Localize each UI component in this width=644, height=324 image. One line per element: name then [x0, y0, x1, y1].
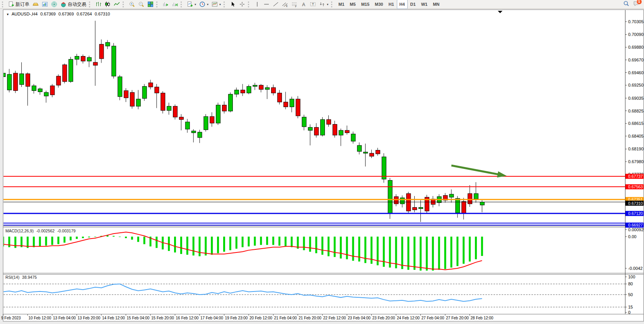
svg-text:0.68405: 0.68405 — [628, 134, 644, 138]
svg-text:0.67120: 0.67120 — [628, 211, 643, 216]
fibo-icon: F — [291, 1, 297, 7]
toolbar-grip — [89, 2, 92, 7]
timeframe-mn-button[interactable]: MN — [430, 0, 442, 9]
notifications-button[interactable]: 1 — [633, 0, 639, 8]
fibonacci-button[interactable]: F — [290, 0, 299, 9]
market-watch-button[interactable] — [40, 0, 50, 9]
svg-text:28 Feb 12:00: 28 Feb 12:00 — [471, 316, 494, 320]
timeframe-label: M1 — [338, 2, 344, 7]
timeframe-m5-button[interactable]: M5 — [347, 0, 358, 9]
svg-text:21 Feb 20:00: 21 Feb 20:00 — [299, 316, 321, 320]
crosshair-button[interactable] — [237, 0, 247, 9]
zoom-out-button[interactable] — [137, 0, 146, 9]
channel-button[interactable]: E — [280, 0, 290, 9]
svg-text:0.66927: 0.66927 — [628, 223, 643, 227]
svg-text:27 Feb 04:00: 27 Feb 04:00 — [422, 316, 444, 320]
svg-text:24 Feb 12:00: 24 Feb 12:00 — [397, 316, 420, 320]
timeframe-label: M15 — [361, 2, 369, 7]
indicators-button[interactable]: ▾ — [185, 0, 198, 9]
gold-button[interactable] — [31, 0, 40, 9]
autotrade-button[interactable]: 自动交易 — [59, 0, 88, 9]
timeframe-m1-button[interactable]: M1 — [336, 0, 347, 9]
timeframe-m15-button[interactable]: M15 — [359, 0, 372, 9]
svg-text:13 Feb 04:00: 13 Feb 04:00 — [53, 316, 76, 320]
toolbar-grip — [181, 2, 184, 7]
timeframe-label: M5 — [350, 2, 355, 7]
toolbar-grip — [248, 2, 251, 7]
svg-text:13 Feb 20:00: 13 Feb 20:00 — [78, 316, 101, 320]
chevron-down-icon: ▾ — [195, 3, 196, 6]
search-button[interactable] — [623, 0, 629, 8]
new-order-button[interactable]: 新订单 — [7, 0, 31, 9]
svg-text:T: T — [312, 2, 314, 6]
timeframe-h1-button[interactable]: H1 — [386, 0, 396, 9]
svg-text:17 Feb 04:00: 17 Feb 04:00 — [200, 316, 223, 320]
toolbar: 新订单自动交易▾▾▾EFAT▾M1M5M15M30H1H4D1W1MN1 — [0, 0, 644, 9]
chart-close-value: 0.67310 — [95, 12, 110, 16]
template-icon — [212, 1, 218, 7]
svg-text:0.69670: 0.69670 — [628, 58, 644, 62]
timeframe-h4-button[interactable]: H4 — [397, 0, 408, 9]
chart-high-value: 0.67369 — [58, 12, 74, 16]
cursor-icon — [230, 1, 236, 7]
periods-button[interactable]: ▾ — [198, 0, 210, 9]
svg-text:0.67310: 0.67310 — [628, 201, 643, 206]
macd-signal-value: -0.003179 — [57, 229, 75, 233]
svg-text:0.68190: 0.68190 — [628, 147, 644, 151]
add-indicator-icon — [187, 1, 193, 7]
text-icon: A — [301, 1, 307, 7]
gold-ingot-icon — [32, 1, 39, 7]
vertical-line-button[interactable] — [253, 0, 262, 9]
text-button[interactable]: A — [299, 0, 308, 9]
timeframe-label: H4 — [400, 2, 405, 7]
new-order-button-label: 新订单 — [15, 1, 29, 8]
svg-text:23 Feb 04:00: 23 Feb 04:00 — [348, 316, 371, 320]
candle-chart-button[interactable] — [103, 0, 112, 9]
svg-text:10 Feb 12:00: 10 Feb 12:00 — [29, 316, 51, 320]
hline-icon — [263, 1, 270, 7]
timeframe-d1-button[interactable]: D1 — [408, 0, 419, 9]
chart-open-value: 0.67369 — [40, 12, 56, 16]
chart-low-value: 0.67264 — [77, 12, 92, 16]
toolbar-grip — [331, 2, 334, 7]
templates-button[interactable]: ▾ — [210, 0, 222, 9]
svg-text:9 Feb 2023: 9 Feb 2023 — [1, 316, 21, 320]
svg-text:27 Feb 20:00: 27 Feb 20:00 — [446, 316, 469, 320]
macd-indicator-label: MACD(12,26,9) -0.002562 -0.003179 — [5, 229, 77, 233]
timeframe-m30-button[interactable]: M30 — [372, 0, 386, 9]
chart-symbol-period: AUDUSD-,H4 — [12, 12, 38, 16]
toolbar-grip — [2, 2, 5, 7]
text-label-button[interactable]: T — [308, 0, 318, 9]
timeframe-label: D1 — [410, 2, 416, 7]
cursor-button[interactable] — [228, 0, 237, 9]
auto-scroll-button[interactable] — [161, 0, 170, 9]
svg-text:0.67980: 0.67980 — [628, 159, 644, 164]
line-chart-icon — [114, 1, 120, 7]
channel-icon: E — [282, 1, 288, 7]
tile-windows-button[interactable] — [146, 0, 155, 9]
svg-text:23 Feb 20:00: 23 Feb 20:00 — [372, 316, 395, 320]
chevron-down-icon: ▾ — [207, 3, 208, 6]
trendline-button[interactable] — [271, 0, 280, 9]
bar-chart-button[interactable] — [94, 0, 103, 9]
svg-text:0.70090: 0.70090 — [628, 32, 644, 37]
svg-text:80: 80 — [628, 281, 633, 286]
zoom-in-button[interactable] — [127, 0, 137, 9]
arrows-button[interactable]: ▾ — [318, 0, 330, 9]
tile-windows-icon — [147, 1, 154, 7]
signals-button[interactable] — [50, 0, 59, 9]
line-chart-button[interactable] — [112, 0, 121, 9]
svg-text:0.000925: 0.000925 — [628, 227, 644, 232]
macd-name: MACD(12,26,9) — [5, 229, 34, 233]
svg-text:100: 100 — [628, 275, 635, 279]
horizontal-line-button[interactable] — [262, 0, 271, 9]
svg-text:-0.0042: -0.0042 — [628, 266, 642, 271]
chart-shift-button[interactable] — [170, 0, 179, 9]
chart-canvas[interactable]: 0.703050.700900.698800.696700.694600.692… — [0, 0, 644, 324]
timeframe-w1-button[interactable]: W1 — [419, 0, 430, 9]
chart-menu-arrow-icon[interactable]: ▼ — [6, 13, 9, 16]
candle-chart-icon — [104, 1, 111, 7]
timeframe-label: H1 — [388, 2, 394, 7]
svg-text:E: E — [286, 5, 288, 7]
zoom-in-icon — [129, 1, 135, 7]
